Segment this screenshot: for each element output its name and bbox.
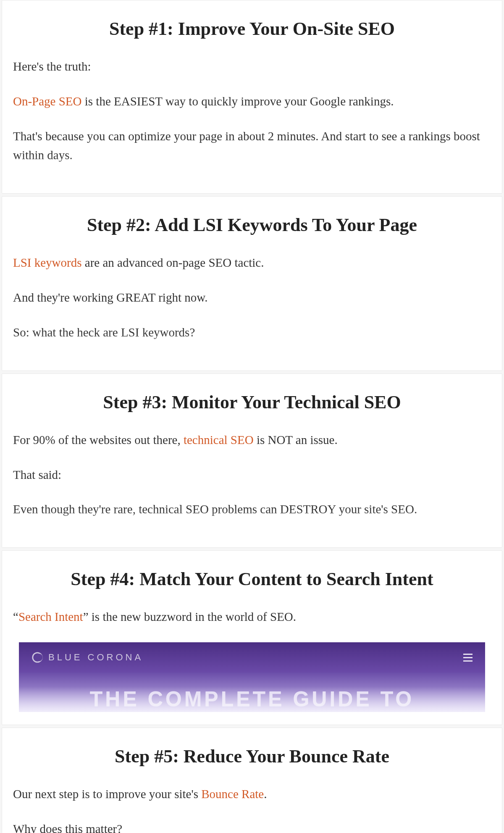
body-text-span: For 90% of the websites out there, [13, 433, 184, 447]
body-text: Why does this matter? [13, 820, 491, 833]
step-card-3: Step #3: Monitor Your Technical SEO For … [2, 373, 502, 548]
step-card-4: Step #4: Match Your Content to Search In… [2, 550, 502, 725]
body-text: Here's the truth: [13, 57, 491, 76]
technical-seo-link[interactable]: technical SEO [184, 433, 254, 447]
step-title: Step #1: Improve Your On-Site SEO [13, 17, 491, 40]
body-text: Even though they're rare, technical SEO … [13, 500, 491, 519]
body-text: That's because you can optimize your pag… [13, 127, 491, 165]
body-text: For 90% of the websites out there, techn… [13, 431, 491, 449]
step-title: Step #2: Add LSI Keywords To Your Page [13, 213, 491, 236]
lsi-keywords-link[interactable]: LSI keywords [13, 256, 82, 269]
body-text-span: is NOT an issue. [254, 433, 338, 447]
body-text: On-Page SEO is the EASIEST way to quickl… [13, 92, 491, 111]
body-text-span: is the EASIEST way to quickly improve yo… [82, 95, 394, 108]
body-text-span: ” is the new buzzword in the world of SE… [83, 610, 296, 623]
body-text-span: “ [13, 610, 18, 623]
embed-body-heading: THE COMPLETE GUIDE TO [90, 687, 414, 711]
logo-text: BLUE CORONA [48, 652, 143, 663]
step-title: Step #3: Monitor Your Technical SEO [13, 391, 491, 414]
hamburger-menu-icon[interactable] [463, 654, 472, 662]
body-text: That said: [13, 465, 491, 484]
step-title: Step #5: Reduce Your Bounce Rate [13, 745, 491, 768]
search-intent-link[interactable]: Search Intent [18, 610, 83, 623]
step-card-5: Step #5: Reduce Your Bounce Rate Our nex… [2, 728, 502, 833]
embedded-site-preview: BLUE CORONA THE COMPLETE GUIDE TO [19, 642, 485, 712]
blue-corona-logo: BLUE CORONA [32, 652, 143, 663]
body-text: “Search Intent” is the new buzzword in t… [13, 607, 491, 626]
embed-header: BLUE CORONA [19, 642, 485, 673]
svg-point-1 [35, 654, 42, 661]
body-text-span: Our next step is to improve your site's [13, 787, 201, 801]
body-text: And they're working GREAT right now. [13, 288, 491, 307]
body-text: LSI keywords are an advanced on-page SEO… [13, 253, 491, 272]
embed-body: THE COMPLETE GUIDE TO [19, 673, 485, 712]
step-card-2: Step #2: Add LSI Keywords To Your Page L… [2, 196, 502, 371]
on-page-seo-link[interactable]: On-Page SEO [13, 95, 82, 108]
bounce-rate-link[interactable]: Bounce Rate [201, 787, 264, 801]
body-text-span: are an advanced on-page SEO tactic. [82, 256, 264, 269]
body-text-span: . [264, 787, 267, 801]
step-title: Step #4: Match Your Content to Search In… [13, 568, 491, 591]
body-text: So: what the heck are LSI keywords? [13, 323, 491, 342]
logo-crescent-icon [32, 652, 43, 663]
body-text: Our next step is to improve your site's … [13, 785, 491, 804]
step-card-1: Step #1: Improve Your On-Site SEO Here's… [2, 0, 502, 194]
